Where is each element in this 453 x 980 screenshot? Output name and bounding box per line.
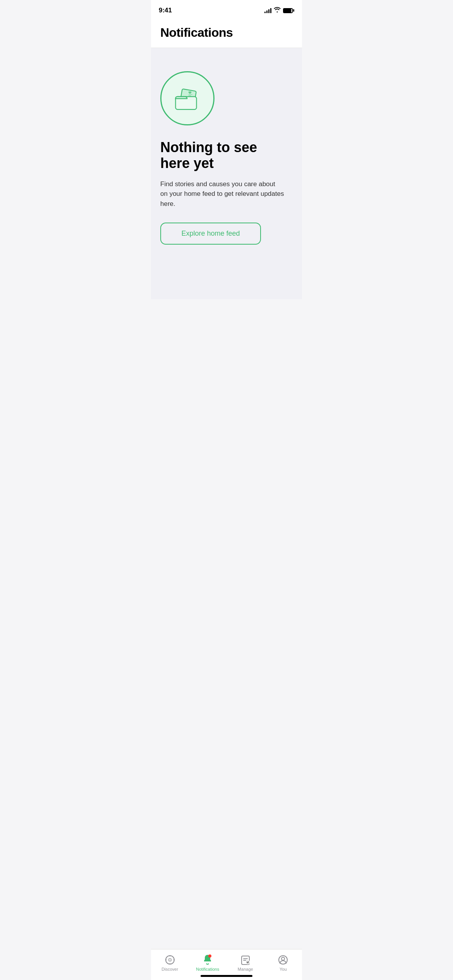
svg-rect-1 bbox=[189, 94, 193, 95]
page-title: Notifications bbox=[160, 26, 293, 40]
empty-state-title: Nothing to see here yet bbox=[160, 139, 284, 171]
status-time: 9:41 bbox=[159, 7, 172, 14]
folder-notifications-icon bbox=[172, 85, 203, 112]
empty-state-icon-circle bbox=[160, 71, 214, 125]
battery-icon bbox=[283, 8, 294, 13]
explore-home-feed-button[interactable]: Explore home feed bbox=[160, 223, 261, 245]
main-content: Nothing to see here yet Find stories and… bbox=[151, 48, 302, 299]
signal-bars-icon bbox=[264, 8, 271, 13]
page-header: Notifications bbox=[151, 19, 302, 48]
svg-rect-2 bbox=[189, 96, 191, 96]
status-icons bbox=[264, 7, 294, 14]
empty-state-description: Find stories and causes you care about o… bbox=[160, 179, 284, 209]
svg-rect-4 bbox=[177, 100, 195, 108]
status-bar: 9:41 bbox=[151, 0, 302, 19]
wifi-icon bbox=[274, 7, 281, 14]
